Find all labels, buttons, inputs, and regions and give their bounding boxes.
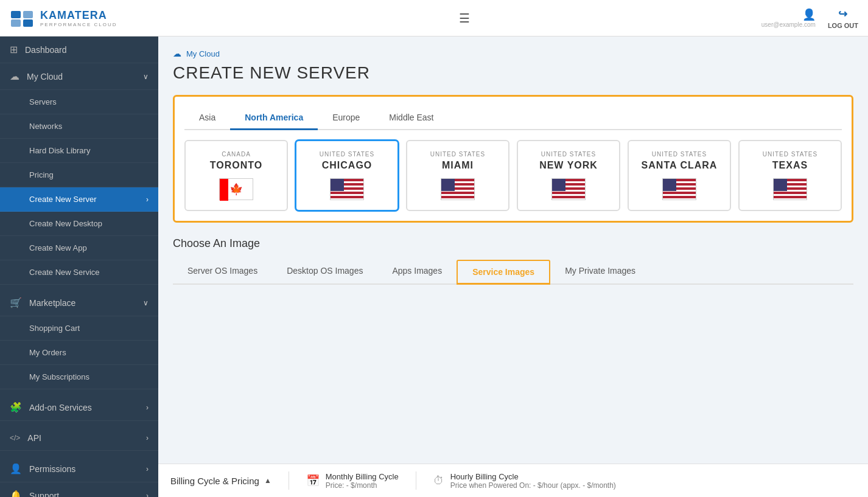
billing-monthly-price: Price: - $/month [326, 481, 399, 490]
calendar-icon: 📅 [306, 474, 320, 487]
my-cloud-arrow: ∨ [143, 72, 149, 81]
top-header: KAMATERA PERFORMANCE CLOUD ☰ 👤 user@exam… [0, 0, 868, 36]
logo-name: KAMATERA [40, 9, 117, 22]
location-card-miami[interactable]: UNITED STATES MIAMI [406, 140, 509, 211]
sidebar-item-shopping-cart[interactable]: Shopping Cart [0, 316, 158, 341]
cloud-icon: ☁ [10, 71, 19, 82]
api-arrow: › [146, 434, 149, 442]
sidebar-label-my-cloud: My Cloud [27, 72, 63, 82]
logo-area: KAMATERA PERFORMANCE CLOUD [10, 6, 168, 30]
user-icon: 👤 [802, 8, 816, 21]
logout-button[interactable]: ↪ LOG OUT [828, 7, 858, 29]
billing-divider-2 [416, 471, 416, 490]
location-city-texas: TEXAS [749, 160, 831, 171]
sidebar-label-addon-services: Add-on Services [29, 403, 92, 412]
breadcrumb-parent: My Cloud [186, 49, 220, 58]
sidebar-item-hard-disk-library[interactable]: Hard Disk Library [0, 139, 158, 163]
api-icon: </> [10, 434, 20, 442]
hamburger-icon[interactable]: ☰ [459, 11, 470, 26]
billing-bar: Billing Cycle & Pricing ▲ 📅 Monthly Bill… [158, 464, 868, 497]
marketplace-icon: 🛒 [10, 297, 22, 308]
sidebar-item-marketplace[interactable]: 🛒 Marketplace ∨ [0, 290, 158, 316]
location-card-chicago[interactable]: UNITED STATES CHICAGO [295, 140, 399, 211]
main-layout: ⊞ Dashboard ☁ My Cloud ∨ Servers Network… [0, 36, 868, 497]
location-card-toronto[interactable]: CANADA TORONTO [184, 140, 288, 211]
dashboard-icon: ⊞ [10, 44, 18, 55]
sidebar-item-networks[interactable]: Networks [0, 114, 158, 139]
sidebar-item-permissions[interactable]: 👤 Permissions › [0, 456, 158, 482]
sidebar-item-servers[interactable]: Servers [0, 90, 158, 114]
tab-europe[interactable]: Europe [318, 106, 374, 130]
sidebar-label-servers: Servers [29, 97, 57, 106]
tab-middle-east[interactable]: Middle East [374, 106, 448, 130]
sidebar-label-pricing: Pricing [29, 170, 54, 179]
sidebar-label-dashboard: Dashboard [25, 45, 67, 55]
location-card-texas[interactable]: UNITED STATES TEXAS [738, 140, 842, 211]
tab-asia[interactable]: Asia [184, 106, 230, 130]
tab-desktop-os-images[interactable]: Desktop OS Images [272, 260, 377, 285]
sidebar-label-my-subscriptions: My Subscriptions [29, 372, 89, 381]
billing-monthly-label: Monthly Billing Cycle [326, 472, 399, 481]
location-country-new-york: UNITED STATES [528, 151, 609, 158]
sidebar-item-support[interactable]: 🔔 Support › [0, 482, 158, 497]
location-country-toronto: CANADA [195, 151, 277, 158]
sidebar-label-shopping-cart: Shopping Cart [29, 324, 80, 333]
logo-icon [10, 6, 34, 30]
location-city-toronto: TORONTO [195, 160, 277, 171]
sidebar-item-my-orders[interactable]: My Orders [0, 341, 158, 365]
sidebar-label-create-new-desktop: Create New Desktop [29, 219, 102, 228]
breadcrumb: ☁ My Cloud [173, 49, 853, 58]
flag-canada [195, 178, 277, 200]
marketplace-arrow: ∨ [143, 299, 149, 307]
clock-icon: ⏱ [433, 474, 444, 487]
tab-service-images[interactable]: Service Images [457, 260, 550, 285]
sidebar-item-my-subscriptions[interactable]: My Subscriptions [0, 365, 158, 389]
page-title: CREATE NEW SERVER [173, 63, 853, 83]
billing-monthly-info: Monthly Billing Cycle Price: - $/month [326, 472, 399, 490]
tab-north-america[interactable]: North America [230, 106, 318, 130]
location-card-new-york[interactable]: UNITED STATES NEW YORK [517, 140, 620, 211]
flag-us-santa-clara [639, 178, 720, 200]
location-city-santa-clara: SANTA CLARA [639, 160, 720, 171]
image-section-title: Choose An Image [173, 237, 853, 250]
sidebar-item-create-new-server[interactable]: Create New Server › [0, 187, 158, 212]
flag-us-chicago [306, 178, 388, 200]
sidebar-item-dashboard[interactable]: ⊞ Dashboard [0, 36, 158, 63]
sidebar-label-permissions: Permissions [29, 464, 75, 474]
billing-hourly-price: Price when Powered On: - $/hour (appx. -… [450, 481, 616, 490]
location-country-miami: UNITED STATES [417, 151, 499, 158]
create-server-arrow: › [146, 195, 149, 204]
logout-icon: ↪ [838, 7, 847, 21]
permissions-arrow: › [146, 465, 149, 473]
sidebar-item-create-new-desktop[interactable]: Create New Desktop [0, 212, 158, 236]
sidebar-label-support: Support [29, 491, 59, 498]
sidebar: ⊞ Dashboard ☁ My Cloud ∨ Servers Network… [0, 36, 158, 497]
logo-sub: PERFORMANCE CLOUD [40, 22, 117, 27]
billing-chevron-icon[interactable]: ▲ [264, 476, 271, 485]
flag-us-new-york [528, 178, 609, 200]
sidebar-item-addon-services[interactable]: 🧩 Add-on Services › [0, 394, 158, 421]
billing-hourly-info: Hourly Billing Cycle Price when Powered … [450, 472, 616, 490]
sidebar-item-create-new-service[interactable]: Create New Service [0, 260, 158, 285]
flag-us-miami [417, 178, 499, 200]
sidebar-item-my-cloud[interactable]: ☁ My Cloud ∨ [0, 63, 158, 90]
billing-monthly: 📅 Monthly Billing Cycle Price: - $/month [306, 472, 399, 490]
sidebar-label-api: API [27, 433, 41, 443]
location-grid: CANADA TORONTO UNITED STATES CHICAGO [184, 140, 842, 211]
location-city-new-york: NEW YORK [528, 160, 609, 171]
tab-server-os-images[interactable]: Server OS Images [173, 260, 272, 285]
sidebar-item-pricing[interactable]: Pricing [0, 163, 158, 187]
flag-us-texas [749, 178, 831, 200]
sidebar-label-create-new-app: Create New App [29, 243, 87, 252]
sidebar-item-create-new-app[interactable]: Create New App [0, 236, 158, 260]
tab-my-private-images[interactable]: My Private Images [550, 260, 650, 285]
location-card-santa-clara[interactable]: UNITED STATES SANTA CLARA [628, 140, 731, 211]
sidebar-item-api[interactable]: </> API › [0, 426, 158, 451]
svg-rect-0 [11, 11, 21, 18]
svg-rect-3 [23, 19, 33, 27]
image-tabs: Server OS Images Desktop OS Images Apps … [173, 260, 853, 285]
header-center: ☰ [459, 11, 470, 26]
billing-title-text: Billing Cycle & Pricing [170, 476, 259, 486]
tab-apps-images[interactable]: Apps Images [377, 260, 457, 285]
permissions-icon: 👤 [10, 463, 22, 474]
